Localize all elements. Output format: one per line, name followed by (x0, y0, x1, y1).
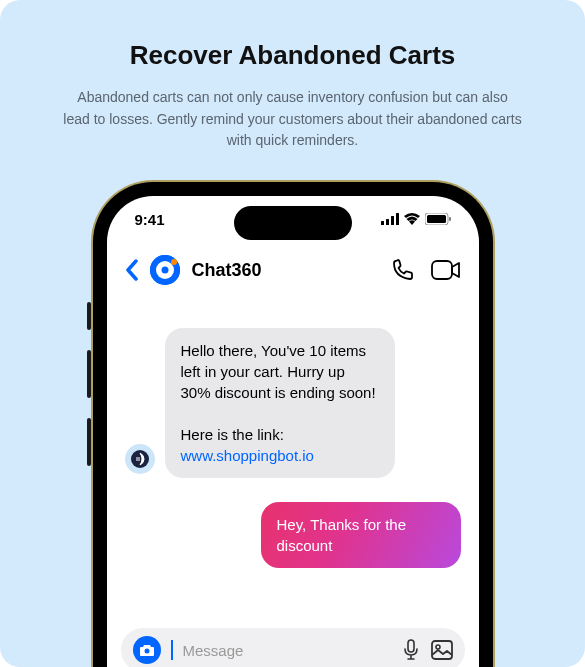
status-icons (381, 213, 451, 225)
bot-avatar-icon (125, 444, 155, 474)
svg-rect-0 (381, 221, 384, 225)
wifi-icon (404, 213, 420, 225)
feature-heading: Recover Abandoned Carts (0, 40, 585, 71)
svg-rect-6 (449, 217, 451, 221)
status-time: 9:41 (135, 211, 165, 228)
svg-rect-15 (432, 641, 452, 659)
side-button (87, 350, 91, 398)
svg-rect-2 (391, 216, 394, 225)
gallery-icon[interactable] (431, 640, 453, 660)
chat-title: Chat360 (192, 260, 379, 281)
phone-mockup: 9:41 Chat360 (93, 182, 493, 667)
header-action-icons (391, 258, 461, 282)
phone-frame: 9:41 Chat360 (93, 182, 493, 667)
user-message-row: Hey, Thanks for the discount (125, 502, 461, 568)
input-action-icons (403, 639, 453, 661)
svg-point-9 (161, 267, 168, 274)
chat-header: Chat360 (107, 242, 479, 298)
feature-card: Recover Abandoned Carts Abandoned carts … (0, 0, 585, 667)
phone-call-icon[interactable] (391, 258, 415, 282)
user-message-bubble: Hey, Thanks for the discount (261, 502, 461, 568)
svg-point-13 (144, 649, 149, 654)
svg-point-16 (436, 645, 440, 649)
bot-message-link-label: Here is the link: (181, 426, 284, 443)
messages-area: Hello there, You've 10 items left in you… (107, 298, 479, 588)
feature-description: Abandoned carts can not only cause inven… (63, 87, 523, 152)
phone-side-buttons (87, 302, 91, 486)
svg-rect-1 (386, 219, 389, 225)
chat-avatar-icon (150, 255, 180, 285)
dynamic-island (234, 206, 352, 240)
svg-rect-11 (432, 261, 452, 279)
bot-message-text: Hello there, You've 10 items left in you… (181, 342, 376, 401)
battery-icon (425, 213, 451, 225)
side-button (87, 302, 91, 330)
side-button (87, 418, 91, 466)
svg-rect-14 (408, 640, 414, 652)
bot-message-bubble: Hello there, You've 10 items left in you… (165, 328, 395, 478)
back-button[interactable] (125, 259, 138, 281)
video-call-icon[interactable] (431, 260, 461, 280)
bot-message-row: Hello there, You've 10 items left in you… (125, 328, 461, 478)
camera-button[interactable] (133, 636, 161, 664)
svg-rect-3 (396, 213, 399, 225)
svg-point-10 (171, 259, 177, 265)
input-cursor (171, 640, 173, 660)
microphone-icon[interactable] (403, 639, 419, 661)
message-input-bar: Message (121, 628, 465, 667)
status-bar: 9:41 (107, 196, 479, 242)
bot-message-link[interactable]: www.shoppingbot.io (181, 447, 314, 464)
message-input[interactable]: Message (183, 642, 393, 659)
signal-icon (381, 213, 399, 225)
svg-rect-5 (427, 215, 446, 223)
